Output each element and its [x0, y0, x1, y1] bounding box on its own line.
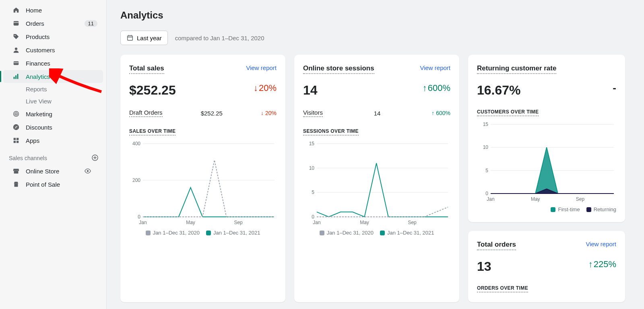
date-range-label: Last year: [137, 35, 162, 41]
arrow-up-icon: ↑: [588, 259, 593, 270]
subrow-label: Visitors: [303, 109, 323, 117]
legend-item-curr: Jan 1–Dec 31, 2021: [380, 230, 434, 236]
sidebar-item-label: Reports: [26, 86, 47, 93]
card-title: Online store sessions: [303, 64, 374, 74]
arrow-down-icon: ↓: [261, 110, 264, 116]
customers-icon: [12, 46, 20, 54]
chart-title: ORDERS OVER TIME: [477, 285, 528, 293]
legend-item-prev: Jan 1–Dec 31, 2020: [146, 230, 200, 236]
sidebar-item-finances[interactable]: Finances: [3, 57, 103, 70]
metric-delta: ↑600%: [423, 83, 450, 93]
home-icon: [12, 6, 20, 14]
sidebar-item-label: Finances: [26, 60, 50, 67]
customers-chart: 051015JanMaySep: [477, 122, 616, 202]
svg-rect-15: [14, 141, 16, 143]
apps-icon: [12, 136, 20, 144]
svg-point-3: [15, 47, 17, 50]
svg-text:5: 5: [312, 190, 314, 195]
card-sessions: Online store sessions View report 14 ↑60…: [294, 55, 459, 302]
view-report-link[interactable]: View report: [420, 64, 450, 71]
view-report-link[interactable]: View report: [246, 64, 277, 71]
marketing-icon: [12, 110, 20, 118]
sidebar-item-label: Apps: [26, 137, 39, 144]
legend-item-returning: Returning: [586, 206, 616, 212]
arrow-down-icon: ↓: [254, 83, 258, 93]
svg-rect-6: [14, 77, 15, 79]
svg-text:200: 200: [132, 177, 140, 183]
svg-text:Sep: Sep: [234, 220, 243, 225]
subrow-delta: ↑600%: [431, 110, 450, 116]
svg-point-2: [14, 35, 15, 36]
svg-text:May: May: [186, 220, 195, 225]
sidebar-item-home[interactable]: Home: [3, 4, 103, 16]
svg-rect-20: [14, 183, 18, 187]
svg-text:15: 15: [309, 141, 315, 146]
svg-rect-5: [14, 62, 19, 63]
page-title: Analytics: [120, 10, 630, 21]
subrow-delta: ↓20%: [261, 110, 277, 116]
metric-value: 16.67%: [477, 83, 521, 98]
sidebar-item-analytics[interactable]: Analytics: [3, 70, 103, 83]
svg-text:Jan: Jan: [139, 220, 147, 225]
sidebar-item-products[interactable]: Products: [3, 30, 103, 43]
sidebar-item-label: Online Store: [26, 168, 59, 175]
compare-text: compared to Jan 1–Dec 31, 2020: [175, 35, 264, 41]
svg-rect-16: [17, 141, 19, 143]
subrow-label: Draft Orders: [129, 109, 163, 117]
svg-text:Jan: Jan: [313, 220, 320, 225]
sidebar-item-discounts[interactable]: Discounts: [3, 121, 103, 134]
sidebar-item-label: Customers: [26, 47, 55, 54]
date-range-button[interactable]: Last year: [120, 31, 168, 45]
sidebar-channel-point-of-sale[interactable]: Point of Sale: [3, 178, 103, 191]
svg-rect-8: [17, 74, 19, 79]
sidebar-item-label: Discounts: [26, 124, 52, 131]
discounts-icon: [12, 123, 20, 131]
pos-icon: [12, 180, 20, 188]
calendar-icon: [126, 34, 134, 41]
svg-text:Sep: Sep: [408, 220, 417, 225]
sales-chart: 0200400JanMaySep: [129, 141, 277, 226]
card-title: Returning customer rate: [477, 64, 556, 74]
sidebar-subitem-live-view[interactable]: Live View: [3, 95, 103, 107]
svg-point-19: [87, 170, 89, 172]
finances-icon: [12, 59, 20, 67]
view-report-link[interactable]: View report: [586, 241, 616, 247]
chart-title: SESSIONS OVER TIME: [303, 128, 359, 136]
svg-text:0: 0: [312, 214, 314, 220]
svg-rect-7: [15, 75, 17, 79]
svg-text:0: 0: [485, 191, 488, 196]
metric-value: 13: [477, 259, 491, 274]
chart-title: SALES OVER TIME: [129, 128, 175, 136]
sidebar-item-apps[interactable]: Apps: [3, 134, 103, 147]
sidebar-channel-online-store[interactable]: Online Store: [3, 165, 103, 177]
main-content: Analytics Last year compared to Jan 1–De…: [107, 0, 644, 309]
sidebar-item-label: Live View: [26, 98, 52, 105]
svg-rect-14: [17, 138, 19, 140]
card-total-sales: Total sales View report $252.25 ↓20% Dra…: [120, 55, 285, 302]
metric-delta: -: [613, 82, 616, 94]
sidebar-subitem-reports[interactable]: Reports: [3, 83, 103, 95]
sidebar-item-label: Products: [26, 33, 50, 40]
orders-icon: [12, 19, 20, 27]
subrow-value: 14: [374, 110, 381, 117]
metric-value: 14: [303, 83, 318, 98]
sidebar-item-orders[interactable]: Orders11: [3, 17, 103, 30]
sidebar-item-customers[interactable]: Customers: [3, 43, 103, 56]
sales-channels-header: Sales channels: [0, 147, 106, 164]
svg-text:0: 0: [138, 214, 140, 220]
eye-icon[interactable]: [84, 167, 92, 175]
svg-rect-18: [14, 171, 19, 173]
arrow-up-icon: ↑: [431, 110, 434, 116]
svg-rect-13: [14, 138, 16, 140]
products-icon: [12, 33, 20, 41]
legend-item-curr: Jan 1–Dec 31, 2021: [206, 230, 260, 236]
analytics-icon: [12, 72, 20, 80]
subrow-value: $252.25: [201, 110, 223, 117]
sales-channels-label: Sales channels: [9, 155, 47, 161]
svg-rect-1: [14, 22, 19, 23]
add-channel-icon[interactable]: [92, 154, 99, 162]
arrow-up-icon: ↑: [423, 83, 427, 93]
svg-rect-0: [14, 21, 19, 26]
sidebar-item-label: Home: [26, 7, 42, 14]
sidebar-item-marketing[interactable]: Marketing: [3, 107, 103, 120]
